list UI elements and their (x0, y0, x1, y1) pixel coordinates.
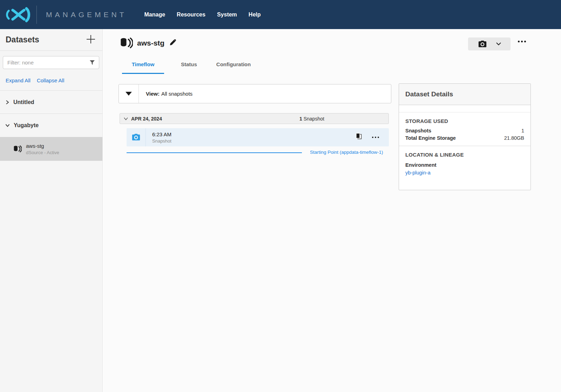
timeflow-start-line (127, 152, 302, 153)
location-lineage-heading: LOCATION & LINEAGE (405, 152, 524, 158)
edit-name-button[interactable] (169, 39, 176, 47)
provision-copy-button[interactable] (355, 133, 362, 142)
dsource-icon (13, 145, 22, 152)
plus-icon (86, 34, 96, 44)
top-navbar: MANAGEMENT Manage Resources System Help (0, 0, 561, 29)
triangle-down-icon (125, 91, 132, 96)
tab-timeflow[interactable]: Timeflow (122, 61, 164, 74)
storage-used-heading: STORAGE USED (405, 118, 524, 124)
tab-status[interactable]: Status (181, 61, 197, 74)
menu-item-manage[interactable]: Manage (144, 12, 165, 18)
details-spacer (399, 105, 530, 112)
delphix-logo-icon[interactable] (0, 5, 36, 25)
dataset-name: aws-stg (26, 143, 59, 149)
dataset-status: dSource - Active (26, 150, 59, 155)
details-panel-title: Dataset Details (405, 90, 453, 98)
sidebar-item-aws-stg[interactable]: aws-stg dSource - Active (0, 137, 102, 161)
snapshot-more-button[interactable] (372, 137, 379, 138)
navbar-divider (36, 6, 37, 24)
detail-row-total-storage: Total Engine Storage 21.80GB (405, 135, 524, 141)
sidebar-title: Datasets (6, 35, 39, 44)
snapshot-type: Snapshot (152, 138, 171, 144)
add-dataset-button[interactable] (86, 34, 96, 46)
main-menu: Manage Resources System Help (144, 12, 261, 18)
expand-all-link[interactable]: Expand All (6, 77, 31, 83)
snapshot-camera-icon (131, 133, 141, 141)
dataset-details-panel: Dataset Details STORAGE USED Snapshots 1… (399, 83, 531, 190)
camera-icon (478, 40, 487, 48)
date-label: APR 24, 2024 (131, 116, 162, 122)
sidebar-group-yugabyte[interactable]: Yugabyte (0, 114, 102, 137)
pencil-icon (169, 39, 176, 46)
group-label: Yugabyte (14, 122, 39, 129)
dataset-tabs: Timeflow Status Configuration (122, 61, 251, 74)
dsource-icon (120, 37, 133, 48)
tab-configuration[interactable]: Configuration (216, 61, 251, 74)
view-label: View: (146, 91, 160, 97)
chevron-down-icon (123, 117, 128, 121)
brand-label: MANAGEMENT (46, 11, 127, 19)
starting-point-link[interactable]: Starting Point (appdata-timeflow-1) (310, 150, 383, 155)
view-value: All snapshots (161, 91, 192, 97)
datasets-sidebar: Datasets Expand All Collapse All Untitle… (0, 29, 103, 392)
snapshot-time: 6:23 AM (152, 131, 171, 137)
environment-link[interactable]: yb-plugin-a (405, 170, 524, 176)
menu-item-help[interactable]: Help (249, 12, 261, 18)
filter-input[interactable] (3, 56, 99, 69)
environment-label: Environment (405, 162, 524, 168)
copy-icon (355, 133, 362, 140)
group-label: Untitled (13, 99, 34, 105)
menu-item-system[interactable]: System (217, 12, 237, 18)
location-lineage-section: LOCATION & LINEAGE Environment yb-plugin… (399, 146, 530, 180)
chevron-right-icon (5, 100, 10, 105)
sidebar-group-untitled[interactable]: Untitled (0, 91, 102, 114)
snapshot-count: 1 Snapshot (299, 116, 324, 122)
menu-item-resources[interactable]: Resources (177, 12, 205, 18)
view-filter-dropdown[interactable]: View: All snapshots (119, 84, 391, 103)
chevron-down-icon (5, 123, 10, 128)
storage-used-section: STORAGE USED Snapshots 1 Total Engine St… (399, 112, 530, 146)
snapshot-row[interactable]: 6:23 AM Snapshot (127, 128, 389, 146)
collapse-all-link[interactable]: Collapse All (37, 77, 64, 83)
chevron-down-icon[interactable] (496, 42, 501, 46)
take-snapshot-button[interactable] (468, 37, 511, 50)
page-title: aws-stg (137, 39, 164, 47)
filter-funnel-icon[interactable] (89, 60, 95, 67)
date-group-header[interactable]: APR 24, 2024 1 Snapshot (120, 113, 389, 124)
main-content: aws-stg Timeflow Status Configuration (103, 29, 561, 392)
more-actions-button[interactable] (518, 41, 526, 42)
detail-row-snapshots: Snapshots 1 (405, 128, 524, 133)
